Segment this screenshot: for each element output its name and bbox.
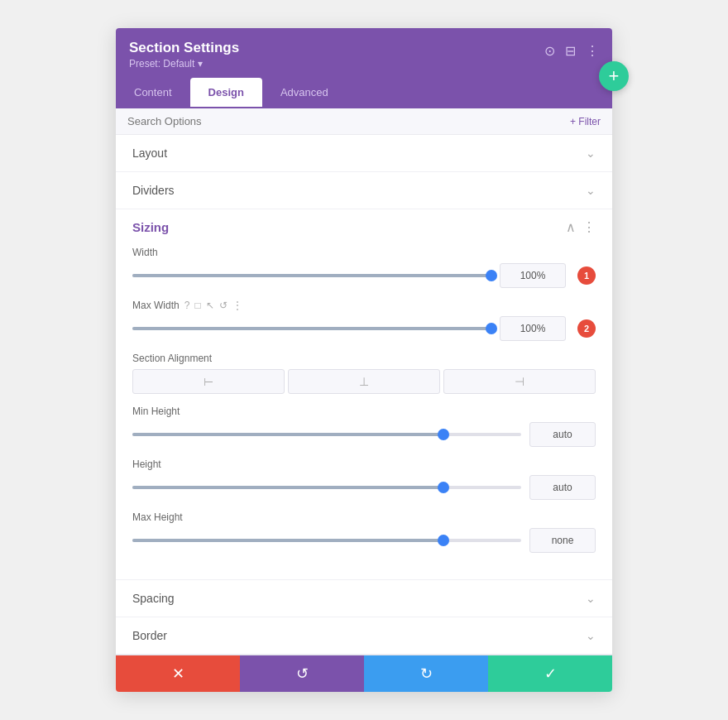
width-slider[interactable]: [132, 274, 491, 277]
height-slider[interactable]: [132, 486, 521, 489]
header-icons: ⊙ ⊟ ⋮: [544, 43, 599, 59]
height-field: Height: [132, 458, 596, 500]
max-width-label: Max Width ? □ ↖ ↺ ⋮: [132, 300, 596, 311]
dividers-label: Dividers: [132, 184, 175, 197]
tabs: Content Design Advanced: [116, 78, 612, 108]
border-chevron: ⌄: [586, 629, 596, 642]
border-label: Border: [132, 629, 167, 642]
width-value[interactable]: [500, 263, 566, 288]
panel-title: Section Settings: [129, 40, 239, 56]
section-alignment-field: Section Alignment ⊢ ⊥ ⊣: [132, 353, 596, 394]
search-input[interactable]: [127, 115, 570, 127]
spacing-chevron: ⌄: [586, 592, 596, 605]
filter-button[interactable]: + Filter: [570, 116, 601, 127]
sizing-collapse-icon[interactable]: ∧: [566, 219, 576, 235]
more-icon[interactable]: ⋮: [586, 43, 599, 59]
height-value[interactable]: [529, 475, 596, 500]
width-input-row: 1: [132, 263, 596, 288]
height-label: Height: [132, 458, 596, 470]
layout-icon[interactable]: ⊟: [565, 43, 576, 59]
max-width-help-icon[interactable]: ?: [184, 300, 190, 311]
panel-body: Layout ⌄ Dividers ⌄ Sizing ∧ ⋮: [116, 135, 612, 655]
sizing-title: Sizing: [132, 220, 169, 234]
dividers-section[interactable]: Dividers ⌄: [116, 172, 612, 209]
layout-section[interactable]: Layout ⌄: [116, 135, 612, 172]
sizing-more-icon[interactable]: ⋮: [582, 219, 596, 235]
width-badge: 1: [577, 266, 596, 285]
max-width-reset-icon[interactable]: ↺: [219, 300, 228, 311]
min-height-label: Min Height: [132, 406, 596, 417]
max-width-badge: 2: [577, 319, 596, 338]
max-height-field: Max Height: [132, 511, 596, 553]
sizing-section: Sizing ∧ ⋮ Width: [116, 209, 612, 580]
max-width-input-row: 2: [132, 316, 596, 341]
panel-preset[interactable]: Preset: Default ▾: [129, 58, 239, 70]
confirm-button[interactable]: ✓: [488, 655, 612, 692]
align-left-button[interactable]: ⊢: [132, 369, 285, 394]
tab-advanced[interactable]: Advanced: [262, 78, 347, 107]
height-input-row: [132, 475, 596, 500]
min-height-slider[interactable]: [132, 433, 521, 436]
dividers-chevron: ⌄: [586, 184, 596, 197]
sizing-header: Sizing ∧ ⋮: [132, 219, 596, 235]
layout-label: Layout: [132, 146, 167, 160]
max-width-cursor-icon[interactable]: ↖: [206, 300, 214, 311]
width-field: Width 1: [132, 247, 596, 288]
width-label: Width: [132, 247, 596, 258]
spacing-section[interactable]: Spacing ⌄: [116, 580, 612, 617]
border-section[interactable]: Border ⌄: [116, 617, 612, 655]
tab-content[interactable]: Content: [116, 78, 190, 107]
sizing-header-icons: ∧ ⋮: [566, 219, 596, 235]
align-center-button[interactable]: ⊥: [288, 369, 440, 394]
max-width-responsive-icon[interactable]: □: [194, 300, 200, 311]
max-height-input-row: [132, 528, 596, 553]
max-width-slider[interactable]: [132, 327, 491, 330]
undo-button[interactable]: ↺: [240, 655, 364, 692]
max-width-field: Max Width ? □ ↖ ↺ ⋮: [132, 300, 596, 341]
panel-footer: ✕ ↺ ↻ ✓: [116, 655, 612, 692]
add-fab-button[interactable]: +: [599, 61, 629, 91]
tab-design[interactable]: Design: [190, 78, 262, 107]
max-width-value[interactable]: [500, 316, 566, 341]
max-width-more-icon[interactable]: ⋮: [232, 300, 242, 311]
min-height-field: Min Height: [132, 406, 596, 447]
panel-header: Section Settings Preset: Default ▾ ⊙ ⊟ ⋮: [116, 28, 612, 78]
section-alignment-label: Section Alignment: [132, 353, 596, 364]
min-height-value[interactable]: [529, 422, 596, 447]
cancel-button[interactable]: ✕: [116, 655, 240, 692]
spacing-label: Spacing: [132, 592, 175, 605]
max-height-value[interactable]: [529, 528, 596, 553]
layout-chevron: ⌄: [586, 146, 596, 160]
alignment-buttons: ⊢ ⊥ ⊣: [132, 369, 596, 394]
align-right-button[interactable]: ⊣: [443, 369, 596, 394]
search-bar: + Filter: [116, 108, 612, 135]
max-height-label: Max Height: [132, 511, 596, 523]
redo-button[interactable]: ↻: [364, 655, 488, 692]
focus-icon[interactable]: ⊙: [544, 43, 555, 59]
max-height-slider[interactable]: [132, 539, 521, 542]
min-height-input-row: [132, 422, 596, 447]
